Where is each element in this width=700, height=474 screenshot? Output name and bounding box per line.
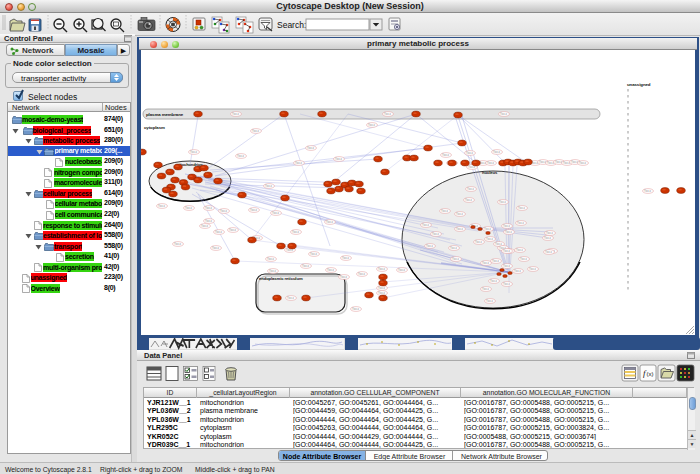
svg-text:Yxx.x: Yxx.x: [272, 211, 279, 215]
svg-text:Yxx.x: Yxx.x: [232, 112, 239, 116]
svg-text:Yxx.x: Yxx.x: [539, 160, 546, 164]
svg-text:Yxx.x: Yxx.x: [358, 272, 365, 276]
svg-text:(x): (x): [647, 371, 654, 377]
svg-text:Yxx.x: Yxx.x: [452, 257, 459, 261]
svg-text:Yxx.x: Yxx.x: [517, 221, 524, 225]
svg-text:Yxx.x: Yxx.x: [237, 154, 244, 158]
svg-text:Yxx.x: Yxx.x: [295, 161, 302, 165]
svg-text:Yxx.x: Yxx.x: [292, 230, 299, 234]
svg-text:Yxx.x: Yxx.x: [505, 230, 512, 234]
svg-text:Yxx.x: Yxx.x: [579, 161, 586, 165]
svg-text:Yxx.x: Yxx.x: [158, 204, 165, 208]
svg-text:Yxx.x: Yxx.x: [529, 267, 536, 271]
svg-text:Yxx.x: Yxx.x: [450, 246, 457, 250]
svg-text:cytoplasm: cytoplasm: [144, 125, 165, 130]
svg-text:Yxx.x: Yxx.x: [265, 184, 272, 188]
svg-text:Yxx.x: Yxx.x: [546, 231, 553, 235]
svg-text:Yxx.x: Yxx.x: [205, 219, 212, 223]
svg-text:Yxx.x: Yxx.x: [422, 223, 429, 227]
svg-text:Yxx.x: Yxx.x: [467, 187, 474, 191]
svg-text:Yxx.x: Yxx.x: [518, 206, 525, 210]
svg-text:Yxx.x: Yxx.x: [466, 151, 473, 155]
svg-text:Yxx.x: Yxx.x: [484, 227, 491, 231]
svg-text:Yxx.x: Yxx.x: [340, 275, 347, 279]
svg-text:Yxx.x: Yxx.x: [482, 261, 489, 265]
svg-text:Yxx.x: Yxx.x: [500, 112, 507, 116]
svg-text:Yxx.x: Yxx.x: [368, 123, 375, 127]
svg-text:Yxx.x: Yxx.x: [398, 268, 405, 272]
svg-text:Yxx.x: Yxx.x: [205, 206, 212, 210]
svg-text:Yxx.x: Yxx.x: [465, 198, 472, 202]
svg-text:Yxx.x: Yxx.x: [185, 206, 192, 210]
svg-text:Yxx.x: Yxx.x: [287, 296, 294, 300]
svg-text:Yxx.x: Yxx.x: [475, 240, 482, 244]
svg-text:Yxx.x: Yxx.x: [487, 161, 494, 165]
svg-text:Yxx.x: Yxx.x: [545, 250, 552, 254]
svg-text:Yxx.x: Yxx.x: [571, 160, 578, 164]
svg-text:Yxx.x: Yxx.x: [482, 287, 489, 291]
svg-text:plasma membrane: plasma membrane: [146, 112, 184, 117]
svg-text:Yxx.x: Yxx.x: [335, 157, 342, 161]
svg-text:Yxx.x: Yxx.x: [503, 264, 510, 268]
svg-text:Yxx.x: Yxx.x: [215, 230, 222, 234]
svg-text:Yxx.x: Yxx.x: [378, 286, 385, 290]
svg-text:Yxx.x: Yxx.x: [544, 236, 551, 240]
svg-text:Yxx.x: Yxx.x: [514, 269, 521, 273]
svg-text:Yxx.x: Yxx.x: [384, 112, 391, 116]
svg-text:Yxx.x: Yxx.x: [326, 220, 333, 224]
svg-text:Yxx.x: Yxx.x: [516, 248, 523, 252]
svg-text:Yxx.x: Yxx.x: [269, 269, 276, 273]
svg-text:Yxx.x: Yxx.x: [492, 259, 499, 263]
svg-text:Yxx.x: Yxx.x: [229, 228, 236, 232]
svg-text:Yxx.x: Yxx.x: [378, 291, 385, 295]
svg-text:Yxx.x: Yxx.x: [644, 189, 651, 193]
svg-text:Yxx.x: Yxx.x: [250, 208, 257, 212]
svg-text:Yxx.x: Yxx.x: [493, 150, 500, 154]
svg-text:Yxx.x: Yxx.x: [503, 249, 510, 253]
svg-text:Yxx.x: Yxx.x: [352, 307, 359, 311]
svg-text:Yxx.x: Yxx.x: [441, 209, 448, 213]
svg-text:Yxx.x: Yxx.x: [307, 146, 314, 150]
svg-text:Yxx.x: Yxx.x: [503, 282, 510, 286]
svg-text:unassigned: unassigned: [627, 82, 651, 87]
svg-text:Yxx.x: Yxx.x: [499, 200, 506, 204]
svg-text:Yxx.x: Yxx.x: [220, 209, 227, 213]
svg-text:Yxx.x: Yxx.x: [486, 237, 493, 241]
svg-text:Yxx.x: Yxx.x: [327, 268, 334, 272]
svg-text:Yxx.x: Yxx.x: [490, 279, 497, 283]
svg-text:Yxx.x: Yxx.x: [456, 212, 463, 216]
svg-text:Yxx.x: Yxx.x: [503, 224, 510, 228]
svg-text:Yxx.x: Yxx.x: [190, 150, 197, 154]
svg-text:Yxx.x: Yxx.x: [486, 299, 493, 303]
svg-text:endoplasmic reticulum: endoplasmic reticulum: [259, 276, 303, 281]
svg-text:Search:: Search:: [277, 20, 306, 30]
svg-text:Yxx.x: Yxx.x: [555, 160, 562, 164]
svg-text:Yxx.x: Yxx.x: [426, 244, 433, 248]
svg-text:Yxx.x: Yxx.x: [174, 242, 181, 246]
svg-text:Yxx.x: Yxx.x: [267, 257, 274, 261]
svg-text:Yxx.x: Yxx.x: [302, 264, 309, 268]
svg-text:Yxx.x: Yxx.x: [342, 256, 349, 260]
svg-text:nucleus: nucleus: [482, 170, 498, 175]
svg-text:Yxx.x: Yxx.x: [310, 252, 317, 256]
svg-text:Yxx.x: Yxx.x: [456, 227, 463, 231]
svg-text:Yxx.x: Yxx.x: [442, 153, 449, 157]
svg-text:Yxx.x: Yxx.x: [520, 257, 527, 261]
svg-text:Yxx.x: Yxx.x: [432, 232, 439, 236]
svg-text:Yxx.x: Yxx.x: [212, 246, 219, 250]
svg-text:Yxx.x: Yxx.x: [201, 224, 208, 228]
svg-text:Yxx.x: Yxx.x: [378, 267, 385, 271]
svg-text:Yxx.x: Yxx.x: [252, 129, 259, 133]
